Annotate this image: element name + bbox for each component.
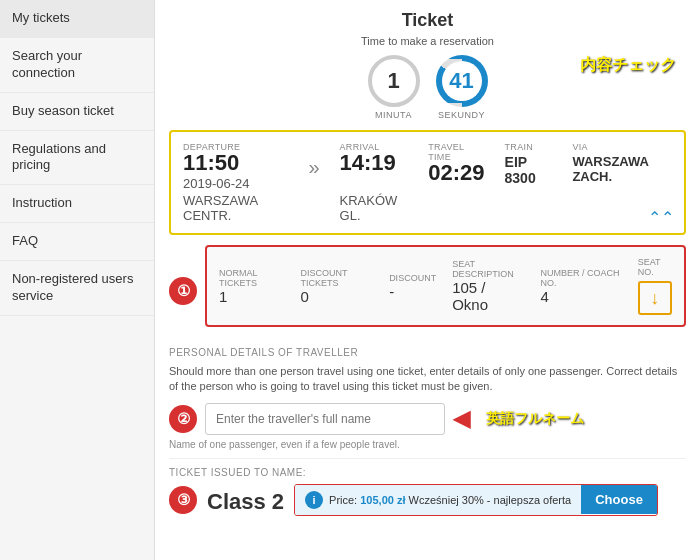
seat-card: NORMAL TICKETS 1 DISCOUNT TICKETS 0 DISC… xyxy=(205,245,686,327)
personal-section: PERSONAL DETAILS OF TRAVELLER Should mor… xyxy=(169,347,686,450)
travel-time-col: TRAVEL TIME 02:29 xyxy=(428,142,484,184)
badge-2: ② xyxy=(169,405,197,433)
ticket-info-row: DEPARTURE 11:50 2019-06-24 WARSZAWA CENT… xyxy=(183,142,672,223)
class-label: Class 2 xyxy=(207,489,284,515)
sidebar-item-my-tickets[interactable]: My tickets xyxy=(0,0,154,38)
coach-number: 4 xyxy=(540,288,621,305)
via-col: VIA WARSZAWA ZACH. xyxy=(572,142,672,184)
expand-icon[interactable]: ⌃⌃ xyxy=(648,208,674,227)
seat-desc-val: 105 / Okno xyxy=(452,279,524,313)
price-value: 105,00 zł xyxy=(360,494,405,506)
minuta-circle: 1 xyxy=(368,55,420,107)
sekundy-circle: 41 xyxy=(436,55,488,107)
discount-tickets-col: DISCOUNT TICKETS 0 xyxy=(300,268,373,305)
departure-station: WARSZAWA CENTR. xyxy=(183,193,288,223)
departure-date: 2019-06-24 xyxy=(183,176,288,191)
timer-sekundy: 41 SEKUNDY xyxy=(436,55,488,120)
arrival-time: 14:19 xyxy=(340,152,409,174)
personal-description: Should more than one person travel using… xyxy=(169,364,686,395)
arrival-station: KRAKÓW GL. xyxy=(340,193,409,223)
reservation-label: Time to make a reservation xyxy=(169,35,686,47)
main-content: Ticket Time to make a reservation 1 MINU… xyxy=(155,0,700,560)
arrival-col: ARRIVAL 14:19 KRAKÓW GL. xyxy=(340,142,409,223)
traveller-name-input[interactable] xyxy=(205,403,445,435)
sidebar: My tickets Search your connection Buy se… xyxy=(0,0,155,560)
via-station: WARSZAWA ZACH. xyxy=(572,154,672,184)
sidebar-item-nonregistered[interactable]: Non-registered users service xyxy=(0,261,154,316)
seat-icon-box: ↓ xyxy=(638,281,672,315)
discount-col: DISCOUNT - xyxy=(389,273,436,300)
timer-minuta: 1 MINUTA xyxy=(368,55,420,120)
departure-time: 11:50 xyxy=(183,152,288,174)
seat-section: ① NORMAL TICKETS 1 DISCOUNT TICKETS 0 DI… xyxy=(169,245,686,337)
coach-col: NUMBER / COACH NO. 4 xyxy=(540,268,621,305)
sidebar-item-search[interactable]: Search your connection xyxy=(0,38,154,93)
sidebar-item-instruction[interactable]: Instruction xyxy=(0,185,154,223)
input-hint: Name of one passenger, even if a few peo… xyxy=(169,439,686,450)
sidebar-item-faq[interactable]: FAQ xyxy=(0,223,154,261)
discount-val: - xyxy=(389,283,436,300)
seat-direction-icon: ↓ xyxy=(650,288,659,309)
price-banner: i Price: 105,00 zł Wcześniej 30% - najle… xyxy=(294,484,658,516)
info-icon: i xyxy=(305,491,323,509)
bottom-section: Ticket issued to name: ③ Class 2 i Price… xyxy=(169,458,686,516)
badge-1: ① xyxy=(169,277,197,305)
price-info: i Price: 105,00 zł Wcześniej 30% - najle… xyxy=(295,485,581,515)
badge-3: ③ xyxy=(169,486,197,514)
personal-section-title: PERSONAL DETAILS OF TRAVELLER xyxy=(169,347,686,358)
jp-note: 内容チェック xyxy=(580,55,676,76)
promo-text: Wcześniej 30% - najlepsza oferta xyxy=(409,494,572,506)
ticket-card: DEPARTURE 11:50 2019-06-24 WARSZAWA CENT… xyxy=(169,130,686,235)
sidebar-item-season[interactable]: Buy season ticket xyxy=(0,93,154,131)
personal-input-row: ② ◀ 英語フルネーム xyxy=(169,403,686,435)
page-title: Ticket xyxy=(169,10,686,31)
red-arrow-icon: ◀ xyxy=(453,406,470,432)
departure-col: DEPARTURE 11:50 2019-06-24 WARSZAWA CENT… xyxy=(183,142,288,223)
travel-time: 02:29 xyxy=(428,162,484,184)
arrow-separator: » xyxy=(308,142,319,179)
jp-note2: 英語フルネーム xyxy=(486,410,584,428)
normal-tickets-col: NORMAL TICKETS 1 xyxy=(219,268,284,305)
train-col: TRAIN EIP 8300 xyxy=(505,142,553,186)
price-text: Price: 105,00 zł Wcześniej 30% - najleps… xyxy=(329,494,571,506)
train-number: EIP 8300 xyxy=(505,154,553,186)
ticket-issued-label: Ticket issued to name: xyxy=(169,467,686,478)
seat-desc-col: SEAT DESCRIPTION 105 / Okno xyxy=(452,259,524,313)
timer-section: 1 MINUTA 41 SEKUNDY 内容チェック xyxy=(169,55,686,130)
choose-button[interactable]: Choose xyxy=(581,485,657,514)
seat-no-col: SEAT NO. ↓ xyxy=(638,257,672,315)
bottom-row: ③ Class 2 i Price: 105,00 zł Wcześniej 3… xyxy=(169,484,686,516)
sidebar-item-regulations[interactable]: Regulations and pricing xyxy=(0,131,154,186)
timer-row: 1 MINUTA 41 SEKUNDY xyxy=(368,55,488,120)
discount-tickets-val: 0 xyxy=(300,288,373,305)
normal-tickets-val: 1 xyxy=(219,288,284,305)
